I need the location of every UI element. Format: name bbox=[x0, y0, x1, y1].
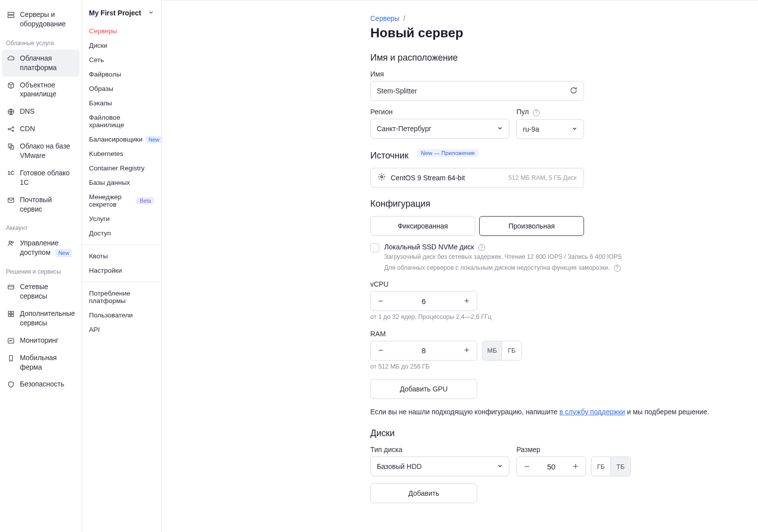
local-ssd-hint2: Для облачных серверов с локальным диском… bbox=[384, 264, 622, 273]
sub-item-consumption[interactable]: Потребление платформы bbox=[82, 286, 161, 308]
nav-label: Мобильная ферма bbox=[20, 353, 74, 372]
sub-item-databases[interactable]: Базы данных bbox=[82, 175, 161, 190]
sidebar-item-cloud-platform[interactable]: Облачная платформа bbox=[2, 50, 80, 76]
vcpu-increment[interactable]: + bbox=[457, 292, 477, 310]
sub-item-images[interactable]: Образы bbox=[82, 81, 161, 96]
sub-item-services[interactable]: Услуги bbox=[82, 212, 161, 226]
support-link[interactable]: в службу поддержки bbox=[560, 408, 625, 416]
gear-icon bbox=[378, 173, 386, 182]
globe-icon bbox=[7, 108, 15, 116]
sidebar-item-addon-services[interactable]: Дополнительные сервисы bbox=[2, 305, 80, 332]
new-badge: New bbox=[146, 136, 163, 143]
hint-text: Для облачных серверов с локальным диском… bbox=[384, 264, 610, 271]
breadcrumb-sep: / bbox=[403, 14, 405, 22]
disk-size-stepper: − 50 + bbox=[516, 456, 586, 476]
disk-type-select[interactable]: Базовый HDD bbox=[370, 456, 509, 476]
name-label: Имя bbox=[370, 70, 758, 78]
chevron-down-icon bbox=[572, 125, 578, 133]
sub-item-quotas[interactable]: Квоты bbox=[82, 249, 161, 263]
svg-rect-15 bbox=[11, 314, 13, 316]
sub-item-firewalls[interactable]: Файрволы bbox=[82, 67, 161, 81]
local-ssd-checkbox[interactable] bbox=[370, 243, 379, 252]
sub-item-settings[interactable]: Настройки bbox=[82, 263, 161, 278]
sidebar-item-net-services[interactable]: Сетевые сервисы bbox=[2, 278, 80, 305]
chevron-down-icon bbox=[148, 9, 154, 17]
ram-unit-mb[interactable]: МБ bbox=[482, 341, 502, 361]
beta-badge: Beta bbox=[137, 197, 154, 204]
chevron-down-icon bbox=[497, 462, 503, 470]
divider bbox=[82, 282, 161, 282]
nav-label: Сетевые сервисы bbox=[20, 282, 74, 301]
sidebar-item-security[interactable]: Безопасность bbox=[2, 376, 80, 393]
sidebar-item-cdn[interactable]: CDN bbox=[2, 120, 80, 138]
sidebar-item-mail[interactable]: Почтовый сервис bbox=[2, 191, 80, 218]
pool-label: Пул ? bbox=[516, 108, 584, 116]
disk-size-increment[interactable]: + bbox=[566, 457, 586, 476]
project-selector[interactable]: My First Project bbox=[82, 7, 161, 24]
sidebar-item-vmware[interactable]: Облако на базе VMware bbox=[2, 138, 80, 164]
refresh-icon[interactable] bbox=[570, 86, 578, 96]
source-title-text: Источник bbox=[370, 151, 409, 160]
disk-size-decrement[interactable]: − bbox=[517, 457, 537, 476]
disk-unit-tb[interactable]: ТБ bbox=[611, 456, 631, 476]
sidebar-item-object-storage[interactable]: Объектное хранилище bbox=[2, 76, 80, 103]
sub-item-users[interactable]: Пользователи bbox=[82, 308, 161, 322]
cube-icon bbox=[7, 81, 15, 89]
sub-item-container-registry[interactable]: Container Registry bbox=[82, 161, 161, 175]
pool-select[interactable]: ru-9a bbox=[516, 119, 584, 139]
sub-label: Менеджер секретов bbox=[89, 193, 134, 208]
vcpu-decrement[interactable]: − bbox=[371, 292, 391, 310]
project-name: My First Project bbox=[89, 9, 141, 17]
ram-decrement[interactable]: − bbox=[371, 341, 391, 360]
sidebar-item-cloud-1c[interactable]: 1C Готовое облако 1С bbox=[2, 164, 80, 191]
help-icon[interactable]: ? bbox=[478, 244, 485, 251]
sub-item-network[interactable]: Сеть bbox=[82, 53, 161, 67]
sub-item-api[interactable]: API bbox=[82, 322, 161, 337]
svg-rect-0 bbox=[8, 12, 14, 14]
sub-item-access[interactable]: Доступ bbox=[82, 226, 161, 240]
ram-value: 8 bbox=[391, 346, 457, 355]
sub-label: Пользователи bbox=[89, 311, 133, 319]
disk-unit-gb[interactable]: ГБ bbox=[591, 456, 611, 476]
svg-rect-11 bbox=[8, 285, 13, 289]
sidebar-item-dns[interactable]: DNS bbox=[2, 103, 80, 120]
disk-type-value: Базовый HDD bbox=[377, 462, 421, 470]
name-input[interactable] bbox=[377, 87, 570, 95]
sidebar-item-monitoring[interactable]: Мониторинг bbox=[2, 332, 80, 349]
region-value: Санкт-Петербург bbox=[377, 125, 431, 133]
sidebar-item-access-mgmt[interactable]: Управление доступом New bbox=[2, 234, 80, 261]
tab-fixed[interactable]: Фиксированная bbox=[370, 216, 475, 236]
source-selector[interactable]: CentOS 9 Stream 64-bit 512 МБ RAM, 5 ГБ … bbox=[370, 168, 584, 188]
sub-label: Серверы bbox=[89, 27, 117, 35]
sub-label: Kubernetes bbox=[89, 150, 123, 157]
svg-rect-14 bbox=[8, 314, 10, 316]
sidebar-item-mobile-farm[interactable]: Мобильная ферма bbox=[2, 349, 80, 376]
sub-item-kubernetes[interactable]: Kubernetes bbox=[82, 147, 161, 161]
ram-increment[interactable]: + bbox=[457, 341, 477, 360]
add-gpu-button[interactable]: Добавить GPU bbox=[370, 379, 477, 399]
nav-section-account: Аккаунт bbox=[0, 218, 82, 234]
sub-label: API bbox=[89, 326, 100, 333]
sub-item-servers[interactable]: Серверы bbox=[82, 24, 161, 38]
sub-label: Файловое хранилище bbox=[89, 114, 154, 129]
section-placement-title: Имя и расположение bbox=[370, 53, 758, 63]
ram-unit-gb[interactable]: ГБ bbox=[502, 341, 522, 361]
breadcrumb-link[interactable]: Серверы bbox=[370, 14, 400, 22]
sub-item-filestorage[interactable]: Файловое хранилище bbox=[82, 110, 161, 132]
sub-label: Базы данных bbox=[89, 179, 130, 186]
disk-unit-toggle: ГБ ТБ bbox=[591, 456, 631, 476]
network-icon bbox=[7, 125, 15, 133]
region-select[interactable]: Санкт-Петербург bbox=[370, 119, 509, 139]
add-disk-button[interactable]: Добавить bbox=[370, 483, 477, 503]
help-icon[interactable]: ? bbox=[614, 265, 621, 272]
vcpu-hint: от 1 до 32 ядер. Процессоры 2,4—2,6 ГГц bbox=[370, 313, 758, 322]
sub-item-backups[interactable]: Бэкапы bbox=[82, 96, 161, 110]
tab-custom[interactable]: Произвольная bbox=[479, 216, 584, 236]
layers-icon bbox=[7, 143, 15, 151]
sub-item-disks[interactable]: Диски bbox=[82, 38, 161, 53]
sub-item-balancers[interactable]: Балансировщики New bbox=[82, 132, 161, 147]
vcpu-stepper: − 6 + bbox=[370, 291, 477, 311]
sub-item-secrets[interactable]: Менеджер секретов Beta bbox=[82, 190, 161, 212]
sidebar-item-servers-hardware[interactable]: Серверы и оборудование bbox=[2, 6, 80, 33]
help-icon[interactable]: ? bbox=[533, 109, 540, 116]
